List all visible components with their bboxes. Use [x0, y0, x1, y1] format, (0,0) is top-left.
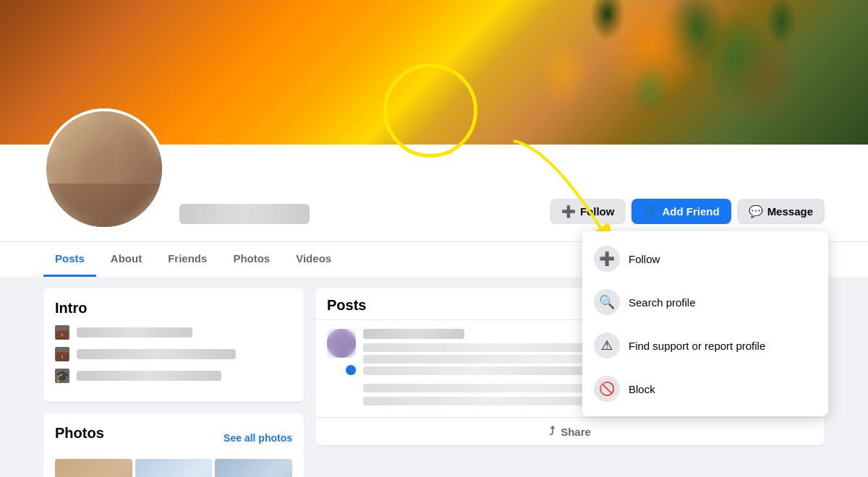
name-blur: [179, 204, 310, 224]
see-all-photos-link[interactable]: See all photos: [224, 432, 292, 444]
badge-icon: 👤: [346, 366, 355, 374]
intro-title: Intro: [55, 300, 292, 317]
message-label: Message: [767, 205, 813, 218]
warning-icon: ⚠: [601, 338, 613, 353]
photos-card: Photos See all photos: [43, 413, 304, 477]
photo-image-1: [55, 459, 132, 477]
search-icon: 🔍: [599, 294, 615, 310]
dropdown-item-follow[interactable]: ➕ Follow: [582, 237, 828, 280]
photo-image-3: [215, 459, 292, 477]
graduation-cap-icon: 🎓: [55, 369, 69, 383]
add-friend-label: Add Friend: [662, 205, 719, 218]
follow-plus-icon: ➕: [599, 251, 615, 267]
post-share-row[interactable]: ⤴ Share: [315, 417, 825, 445]
profile-info: [179, 204, 535, 230]
block-icon: 🚫: [599, 381, 615, 397]
post-avatar-container: 👤: [327, 329, 356, 375]
left-sidebar: Intro 💼 💼 🎓 Photos See all photos: [43, 288, 304, 477]
post-avatar: [327, 329, 356, 358]
dropdown-follow-icon: ➕: [594, 246, 620, 272]
share-icon: ⤴: [549, 425, 555, 438]
add-friend-icon: 👤: [643, 205, 658, 218]
intro-text-1: [77, 327, 192, 338]
dropdown-report-label: Find support or report profile: [629, 340, 765, 352]
dropdown-search-icon: 🔍: [594, 289, 620, 315]
message-button[interactable]: 💬 Message: [737, 199, 825, 224]
intro-item-2: 💼: [55, 347, 292, 361]
avatar: [43, 108, 165, 230]
intro-text-3: [77, 371, 221, 381]
photo-thumb-3[interactable]: [215, 459, 292, 477]
profile-section: ➕ Follow 👤 Add Friend 💬 Message: [0, 145, 868, 241]
photo-image-2: [135, 459, 213, 477]
tab-videos[interactable]: Videos: [284, 242, 343, 277]
dropdown-follow-label: Follow: [629, 253, 660, 265]
avatar-wrapper: [43, 108, 165, 230]
post-avatar-badge: 👤: [344, 364, 357, 377]
intro-item-1: 💼: [55, 325, 292, 340]
profile-name: [179, 204, 535, 224]
follow-button-label: Follow: [580, 205, 615, 218]
follow-button[interactable]: ➕ Follow: [550, 199, 626, 224]
briefcase-icon-2: 💼: [55, 347, 69, 361]
profile-top: ➕ Follow 👤 Add Friend 💬 Message: [43, 145, 825, 241]
dropdown-item-report[interactable]: ⚠ Find support or report profile: [582, 324, 828, 367]
add-friend-button[interactable]: 👤 Add Friend: [631, 199, 731, 224]
post-text-line-3: [363, 366, 588, 375]
photo-thumb-1[interactable]: [55, 459, 132, 477]
dropdown-menu: ➕ Follow 🔍 Search profile ⚠ Find support…: [582, 231, 828, 416]
avatar-blur: [46, 111, 162, 227]
dropdown-search-label: Search profile: [629, 296, 696, 309]
photos-grid: [55, 459, 292, 477]
follow-icon: ➕: [561, 205, 576, 218]
photos-title: Photos: [55, 425, 104, 442]
tab-photos[interactable]: Photos: [221, 242, 281, 277]
dropdown-report-icon: ⚠: [594, 332, 620, 358]
briefcase-icon-1: 💼: [55, 325, 69, 340]
dropdown-block-label: Block: [629, 383, 655, 395]
intro-text-2: [77, 349, 236, 359]
intro-item-3: 🎓: [55, 369, 292, 383]
photos-title-row: Photos See all photos: [55, 425, 292, 450]
dropdown-item-search[interactable]: 🔍 Search profile: [582, 280, 828, 324]
profile-actions: ➕ Follow 👤 Add Friend 💬 Message: [550, 199, 825, 230]
share-label: Share: [561, 426, 591, 438]
tab-friends[interactable]: Friends: [156, 242, 218, 277]
tab-posts[interactable]: Posts: [43, 242, 96, 277]
post-name-blur: [363, 329, 464, 339]
photo-thumb-2[interactable]: [135, 459, 213, 477]
dropdown-block-icon: 🚫: [594, 376, 620, 402]
follow-btn-area: ➕ Follow: [550, 199, 626, 224]
dropdown-item-block[interactable]: 🚫 Block: [582, 367, 828, 411]
intro-card: Intro 💼 💼 🎓: [43, 288, 304, 402]
nav-tabs: Posts About Friends Photos Videos: [43, 242, 343, 277]
messenger-icon: 💬: [749, 205, 763, 218]
share-button[interactable]: ⤴ Share: [549, 425, 591, 438]
tab-about[interactable]: About: [99, 242, 153, 277]
